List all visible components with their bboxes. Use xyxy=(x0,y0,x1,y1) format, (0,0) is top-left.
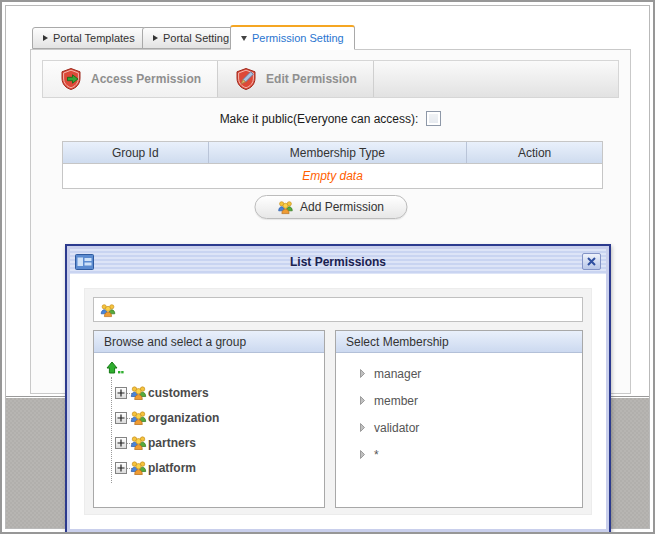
group-icon xyxy=(100,302,116,318)
permissions-table-header: Group Id Membership Type Action xyxy=(63,142,602,164)
arrow-right-icon xyxy=(360,450,365,459)
tree-item-partners[interactable]: partners xyxy=(104,430,324,455)
close-icon xyxy=(587,257,596,266)
subtab-bar-filler xyxy=(374,61,618,97)
membership-label: * xyxy=(374,448,379,462)
expand-plus-icon[interactable] xyxy=(115,437,127,449)
group-search-input[interactable] xyxy=(122,302,576,318)
tree-item-customers[interactable]: customers xyxy=(104,380,324,405)
expand-plus-icon[interactable] xyxy=(115,462,127,474)
permissions-table: Group Id Membership Type Action Empty da… xyxy=(62,141,603,189)
expand-plus-icon[interactable] xyxy=(115,387,127,399)
tab-portal-templates[interactable]: Portal Templates xyxy=(32,27,146,49)
tree-item-label: partners xyxy=(148,436,196,450)
tree-item-label: organization xyxy=(148,411,219,425)
tab-permission-setting[interactable]: Permission Setting xyxy=(230,25,355,50)
group-icon xyxy=(130,384,147,401)
list-permissions-dialog: List Permissions xyxy=(65,244,611,534)
membership-item-validator[interactable]: validator xyxy=(346,415,582,440)
subtab-label: Edit Permission xyxy=(266,72,357,86)
membership-item-member[interactable]: member xyxy=(346,388,582,413)
tree-item-organization[interactable]: organization xyxy=(104,405,324,430)
add-permission-label: Add Permission xyxy=(300,200,384,214)
dialog-columns: Browse and select a group xyxy=(93,330,583,508)
subtab-label: Access Permission xyxy=(91,72,201,86)
make-public-label: Make it public(Everyone can access): xyxy=(220,112,419,126)
browser-content-frame: Portal Templates Portal Setting Permissi… xyxy=(5,5,650,529)
membership-label: validator xyxy=(374,421,419,435)
group-tree: customers xyxy=(94,353,324,507)
column-header-group-id: Group Id xyxy=(63,142,209,163)
membership-panel-header: Select Membership xyxy=(336,331,582,353)
group-search-bar[interactable] xyxy=(93,297,583,322)
group-icon xyxy=(130,409,147,426)
arrow-right-icon xyxy=(360,369,365,378)
make-public-row: Make it public(Everyone can access): xyxy=(31,111,630,126)
dialog-title: List Permissions xyxy=(94,255,582,269)
group-icon xyxy=(130,434,147,451)
membership-label: manager xyxy=(374,367,421,381)
dialog-titlebar[interactable]: List Permissions xyxy=(70,249,606,274)
make-public-checkbox[interactable] xyxy=(426,111,441,126)
group-icon xyxy=(130,459,147,476)
tab-arrow-right-icon xyxy=(153,35,158,41)
tree-item-platform[interactable]: platform xyxy=(104,455,324,480)
tab-label: Portal Setting xyxy=(163,32,229,44)
dialog-content-area: Browse and select a group xyxy=(84,288,592,515)
arrow-right-icon xyxy=(360,396,365,405)
column-header-action: Action xyxy=(467,142,602,163)
subtab-access-permission[interactable]: Access Permission xyxy=(43,61,218,97)
window-icon xyxy=(75,254,94,270)
tab-label: Permission Setting xyxy=(252,32,344,44)
arrow-right-icon xyxy=(360,423,365,432)
tab-arrow-right-icon xyxy=(43,35,48,41)
subtab-edit-permission[interactable]: Edit Permission xyxy=(218,61,374,97)
column-header-membership-type: Membership Type xyxy=(209,142,468,163)
tab-portal-setting[interactable]: Portal Setting xyxy=(142,27,240,49)
group-icon xyxy=(277,199,293,215)
shield-arrow-icon xyxy=(59,67,83,91)
add-permission-button[interactable]: Add Permission xyxy=(254,195,407,219)
permission-subtab-bar: Access Permission Edit Permission xyxy=(42,60,619,98)
membership-label: member xyxy=(374,394,418,408)
tab-label: Portal Templates xyxy=(53,32,135,44)
membership-panel: Select Membership manager xyxy=(335,330,583,508)
dialog-inner-frame: List Permissions xyxy=(67,246,609,532)
group-browse-panel: Browse and select a group xyxy=(93,330,325,508)
membership-item-any[interactable]: * xyxy=(346,442,582,467)
empty-data-row: Empty data xyxy=(63,164,602,188)
membership-item-manager[interactable]: manager xyxy=(346,361,582,386)
group-panel-header: Browse and select a group xyxy=(94,331,324,353)
tab-arrow-down-icon xyxy=(241,36,247,41)
expand-plus-icon[interactable] xyxy=(115,412,127,424)
up-level-icon[interactable] xyxy=(106,361,124,380)
membership-list: manager member xyxy=(336,353,582,507)
shield-pencil-icon xyxy=(234,67,258,91)
tree-item-label: platform xyxy=(148,461,196,475)
dialog-close-button[interactable] xyxy=(582,253,601,270)
tree-item-label: customers xyxy=(148,386,209,400)
screenshot-root: Portal Templates Portal Setting Permissi… xyxy=(0,0,655,534)
dialog-body: Browse and select a group xyxy=(70,274,606,529)
